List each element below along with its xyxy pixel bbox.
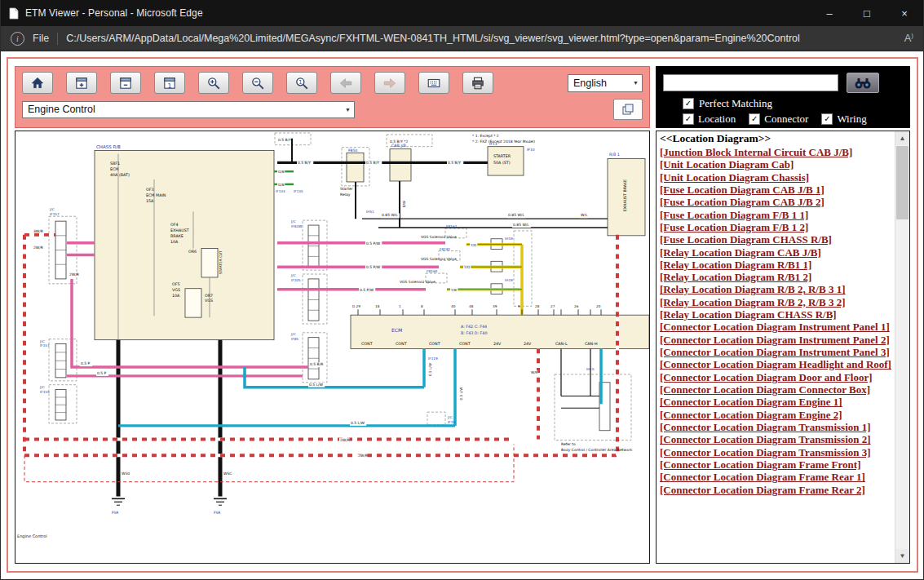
diagram-block <box>95 151 274 340</box>
location-diagram-link[interactable]: [Unit Location Diagram Chassis] <box>660 171 892 184</box>
diagram-label: CONT <box>361 342 373 346</box>
location-diagram-link[interactable]: [Connector Location Diagram Instrument P… <box>660 346 892 358</box>
keyboard-icon <box>426 76 442 91</box>
diagram-label: 26 <box>574 304 579 308</box>
diagram-label: J/C <box>39 339 45 343</box>
diagram-block <box>347 153 364 182</box>
search-button[interactable] <box>847 73 879 93</box>
diagram-label: FB160 <box>427 269 438 273</box>
zoom-in-button[interactable] <box>198 72 229 94</box>
close-button[interactable]: × <box>886 0 923 26</box>
index-column: ✓ Perfect Matching ✓ Location ✓ Connecto… <box>656 66 910 564</box>
location-diagram-link[interactable]: [Connector Location Diagram Door and Flo… <box>660 371 892 383</box>
forward-button[interactable] <box>374 72 405 94</box>
info-icon[interactable]: i <box>11 32 24 46</box>
diagram-label: 0.5 P <box>81 361 91 365</box>
location-diagram-link[interactable]: [Connector Location Diagram Frame Rear 2… <box>660 484 892 496</box>
diagram-select[interactable]: Engine Control ▼ <box>22 101 355 118</box>
connector-checkbox[interactable]: ✓ <box>749 113 760 125</box>
minimize-button[interactable]: – <box>811 0 848 26</box>
location-diagram-link[interactable]: [Relay Location Diagram R/B1 2] <box>660 271 892 283</box>
perfect-matching-checkbox[interactable]: ✓ <box>683 98 694 109</box>
location-diagram-link[interactable]: [Connector Location Diagram Frame Front] <box>660 458 892 471</box>
maximize-button[interactable]: □ <box>848 0 886 26</box>
diagram-label: CAN-L <box>555 342 568 346</box>
location-diagram-link[interactable]: [Connector Location Diagram Instrument P… <box>660 321 892 333</box>
location-diagram-link[interactable]: [Connector Location Diagram Frame Rear 1… <box>660 471 892 483</box>
diagram-label: ECM <box>391 327 402 333</box>
language-select[interactable]: English ▼ <box>568 74 643 92</box>
diagram-label: 10A <box>170 240 179 244</box>
diagram-label: A: F42 C: F44 <box>461 325 487 329</box>
location-diagram-link[interactable]: [Unit Location Diagram Cab] <box>660 158 892 170</box>
printer-icon <box>470 76 486 91</box>
location-diagram-link[interactable]: [Relay Location Diagram R/B1 1] <box>660 259 892 271</box>
location-diagram-link[interactable]: [Fuse Location Diagram F/B 1 1] <box>660 209 892 221</box>
url-text[interactable]: C:/Users/ARM/AppData/Local/Mega%20Limite… <box>66 33 800 44</box>
location-diagram-link[interactable]: [Relay Location Diagram CHASS R/B] <box>660 308 892 321</box>
popout-button[interactable] <box>613 99 643 120</box>
location-diagram-link[interactable]: [Connector Location Diagram Connector Bo… <box>660 383 892 396</box>
location-filter: ✓ Location <box>683 113 736 126</box>
diagram-label: OF4 <box>170 223 179 227</box>
diagram-label: 9 <box>518 304 520 308</box>
location-diagram-link[interactable]: [Connector Location Diagram Transmission… <box>660 446 892 458</box>
location-diagram-link[interactable]: [Relay Location Diagram R/B 2, R/B 3 2] <box>660 296 892 308</box>
scrollbar-thumb[interactable] <box>896 146 909 219</box>
scrollbar[interactable]: ▲ ▼ <box>895 131 909 563</box>
diagram-block <box>390 149 411 181</box>
file-menu[interactable]: File <box>33 33 49 44</box>
location-diagram-link[interactable]: [Relay Location Diagram R/B 2, R/B 3 1] <box>660 283 892 295</box>
diagram-label: IF157 <box>40 344 50 348</box>
location-checkbox[interactable]: ✓ <box>683 113 694 125</box>
scroll-up-icon[interactable]: ▲ <box>895 131 909 145</box>
diagram-label: J/C <box>290 332 296 336</box>
location-diagram-link[interactable]: [Connector Location Diagram Engine 1] <box>660 396 892 408</box>
wiring-checkbox[interactable]: ✓ <box>821 113 833 125</box>
binoculars-icon <box>854 77 872 90</box>
location-diagram-link[interactable]: [Fuse Location Diagram CHASS R/B] <box>660 233 892 246</box>
fit-page-button[interactable]: 1 <box>154 72 185 94</box>
location-diagram-link[interactable]: [Connector Location Diagram Headlight an… <box>660 358 892 370</box>
fit-window-button[interactable] <box>66 72 97 94</box>
diagram-label: 0.5 B/Y <box>298 161 311 165</box>
location-diagram-link[interactable]: [Fuse Location Diagram CAB J/B 1] <box>660 184 892 196</box>
search-row <box>663 73 903 93</box>
wiring-label: Wiring <box>837 113 866 126</box>
diagram-label: OF3 <box>146 188 154 192</box>
scroll-down-icon[interactable]: ▼ <box>895 549 909 563</box>
search-input[interactable] <box>663 74 838 91</box>
location-diagram-link[interactable]: [Relay Location Diagram CAB J/B] <box>660 246 892 259</box>
diagram-label: FB181 <box>440 247 451 251</box>
perfect-matching-row: ✓ Perfect Matching <box>663 97 903 110</box>
location-diagram-link[interactable]: [Fuse Location Diagram CAB J/B 2] <box>660 196 892 208</box>
diagram-label: Starter <box>340 187 353 191</box>
read-aloud-icon[interactable]: A) <box>904 32 913 44</box>
toolbar: 1 1 <box>15 66 650 128</box>
location-diagram-link[interactable]: [Connector Location Diagram Transmission… <box>660 421 892 433</box>
diagram-label: 0.5 L/W <box>459 387 463 401</box>
diagram-label: D 29 <box>352 304 360 308</box>
back-button[interactable] <box>330 72 361 94</box>
diagram-label: J/C <box>290 219 296 224</box>
page-list-button[interactable] <box>418 72 449 94</box>
location-diagram-link[interactable]: [Connector Location Diagram Transmission… <box>660 433 892 445</box>
print-button[interactable] <box>462 72 493 94</box>
location-diagram-link[interactable]: [Fuse Location Diagram F/B 1 2] <box>660 221 892 233</box>
diagram-label: B: F43 D: F40 <box>461 331 487 335</box>
diagram-area[interactable]: CHASS R/B* 1: Except * 2* 2: FXZ (Except… <box>15 131 650 564</box>
diagram-label: G/B <box>278 170 285 174</box>
location-diagram-link[interactable]: [Connector Location Diagram Instrument P… <box>660 334 892 346</box>
diagram-label: 24V <box>493 342 502 346</box>
location-diagram-link[interactable]: [Junction Block Internal Circuit CAB J/B… <box>660 146 892 158</box>
diagram-label: 48 <box>469 304 474 308</box>
diagram-label: Refer to <box>561 442 576 446</box>
page-icon <box>9 7 19 20</box>
diagram-label: OR7 <box>205 294 213 298</box>
zoom-out-button[interactable] <box>242 72 273 94</box>
location-diagram-link[interactable]: [Connector Location Diagram Engine 2] <box>660 409 892 421</box>
fit-width-button[interactable] <box>110 72 141 94</box>
zoom-actual-button[interactable]: 1 <box>286 72 317 94</box>
diagram-label: W/R <box>531 370 538 374</box>
home-button[interactable] <box>22 72 53 94</box>
